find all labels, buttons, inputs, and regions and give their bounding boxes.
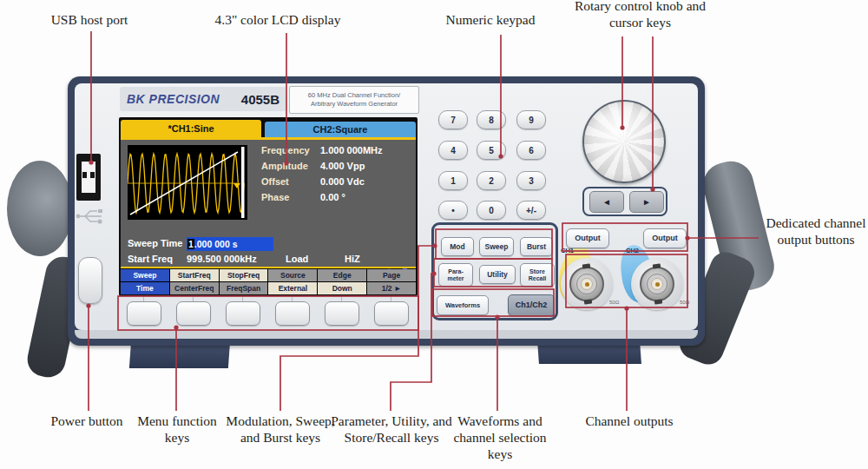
- mod-button[interactable]: Mod: [441, 237, 474, 256]
- softkey-bar: SweepTime StartFreqCenterFreq StopFreqFr…: [121, 269, 416, 294]
- burst-button[interactable]: Burst: [520, 237, 553, 256]
- edit-cursor: 1: [187, 239, 194, 249]
- param-value: 4.000 Vpp: [320, 161, 365, 171]
- ch2-output-button[interactable]: Output: [643, 228, 687, 248]
- label-waveform-keys: Waveforms and channel selection keys: [441, 413, 559, 463]
- ch1-label: CH1: [561, 247, 574, 254]
- brand-logo: BK PRECISION: [127, 92, 220, 106]
- waveform-preview: [128, 145, 247, 220]
- label-mod-sweep-burst: Modulation, Sweep, and Burst keys: [221, 413, 339, 446]
- channel-select-button[interactable]: Ch1/Ch2: [508, 294, 555, 316]
- waveforms-button[interactable]: Waveforms: [437, 295, 489, 315]
- keypad-key-5[interactable]: 5: [477, 141, 506, 160]
- softkey-source: SourceExternal: [268, 269, 317, 294]
- load-label: Load: [286, 254, 308, 264]
- label-param-utility: Parameter, Utility, and Store/Recall key…: [330, 413, 453, 446]
- usb-connector-tongue: [82, 162, 95, 193]
- softkey-sweep-time: SweepTime: [121, 269, 169, 294]
- marker-arrow: [233, 183, 240, 188]
- cursor-right-key[interactable]: ►: [629, 191, 664, 213]
- model-description-line1: 60 MHz Dual Channel Function/: [308, 91, 400, 100]
- keypad-key-8[interactable]: 8: [477, 110, 506, 129]
- left-arrow-icon: ◄: [602, 197, 611, 207]
- softkey-separator: [121, 267, 416, 268]
- tab-ch2: CH2:Square: [265, 122, 416, 137]
- usb-icon: [75, 207, 106, 226]
- store-recall-button[interactable]: StoreRecall: [520, 263, 555, 287]
- keypad-key-0[interactable]: 0: [477, 201, 506, 220]
- rotary-control-knob[interactable]: [582, 100, 666, 183]
- load-value: HiZ: [345, 254, 360, 264]
- lcd-display: *CH1:Sine CH2:Square Frequency 1.000 000…: [119, 117, 418, 296]
- left-handle-hub: [7, 161, 73, 256]
- usb-host-port[interactable]: [76, 154, 101, 201]
- label-numeric-keypad: Numeric keypad: [425, 12, 556, 29]
- param-value: 0.000 Vdc: [320, 176, 365, 187]
- keypad-key-9[interactable]: 9: [516, 110, 546, 129]
- softkey-page: Page1/2 ►: [367, 269, 416, 294]
- start-freq-label: Start Freq: [128, 254, 173, 264]
- label-usb-host-port: USB host port: [24, 12, 155, 29]
- cursor-left-key[interactable]: ◄: [589, 191, 624, 213]
- softkey-stopfreq: StopFreqFreqSpan: [220, 269, 268, 294]
- sweep-time-value: 1.000 000 s: [187, 237, 273, 251]
- keypad-key-4[interactable]: 4: [438, 141, 468, 160]
- param-value: 1.000 000MHz: [320, 145, 383, 155]
- keypad-key-sign[interactable]: +/-: [516, 201, 546, 220]
- keypad-key-2[interactable]: 2: [477, 171, 506, 190]
- softkey-startfreq: StartFreqCenterFreq: [170, 269, 219, 294]
- front-panel-bottom-bezel: [75, 330, 698, 339]
- tab-ch1: *CH1:Sine: [121, 120, 261, 137]
- annotated-device-figure: BK PRECISION 4055B 60 MHz Dual Channel F…: [0, 0, 868, 469]
- label-lcd-display: 4.3" color LCD display: [208, 12, 347, 29]
- sine-trace: [128, 154, 244, 213]
- label-power-button: Power button: [35, 413, 139, 430]
- keypad-key-3[interactable]: 3: [516, 171, 546, 190]
- label-channel-outputs: Channel outputs: [569, 413, 690, 430]
- label-rotary-knob: Rotary control knob and cursor keys: [569, 0, 712, 31]
- menu-function-key-5[interactable]: [325, 301, 359, 326]
- param-label: Phase: [261, 192, 289, 202]
- menu-function-key-6[interactable]: [374, 301, 409, 326]
- keypad-key-7[interactable]: 7: [438, 110, 468, 129]
- param-label: Frequency: [261, 145, 310, 155]
- start-freq-value: 999.500 000kHz: [187, 254, 257, 264]
- model-description: 60 MHz Dual Channel Function/ Arbitrary …: [289, 86, 419, 114]
- scroll-bar: [241, 147, 245, 218]
- sweep-time-label: Sweep Time: [128, 238, 182, 248]
- keypad-key-decimal[interactable]: •: [438, 201, 468, 220]
- menu-function-key-1[interactable]: [127, 301, 161, 326]
- keypad-key-6[interactable]: 6: [516, 141, 546, 160]
- parameter-button[interactable]: Para-meter: [438, 263, 473, 287]
- sweep-button[interactable]: Sweep: [479, 237, 514, 256]
- label-dedicated-output: Dedicated channel output buttons: [762, 215, 868, 248]
- power-button[interactable]: [78, 257, 102, 304]
- ch1-impedance-label: 50Ω: [609, 300, 619, 305]
- param-label: Offset: [261, 176, 289, 187]
- model-number: 4055B: [241, 92, 279, 107]
- softkey-edge: EdgeDown: [318, 269, 366, 294]
- utility-button[interactable]: Utility: [479, 265, 516, 284]
- menu-function-key-2[interactable]: [176, 301, 211, 326]
- brand-bar: BK PRECISION 4055B: [120, 87, 286, 111]
- ch1-output-button[interactable]: Output: [566, 228, 609, 248]
- menu-function-key-3[interactable]: [226, 301, 260, 326]
- model-description-line2: Arbitrary Waveform Generator: [311, 100, 398, 109]
- right-arrow-icon: ►: [642, 197, 651, 207]
- keypad-key-1[interactable]: 1: [438, 171, 468, 190]
- lcd-main-area: Frequency 1.000 000MHz Amplitude 4.000 V…: [121, 140, 416, 267]
- label-menu-keys: Menu function keys: [130, 413, 224, 446]
- menu-function-key-4[interactable]: [275, 301, 310, 326]
- param-label: Amplitude: [261, 161, 308, 171]
- ch2-impedance-label: 50Ω: [680, 300, 689, 305]
- ch2-label: CH2: [626, 247, 639, 254]
- param-value: 0.00 °: [320, 192, 345, 202]
